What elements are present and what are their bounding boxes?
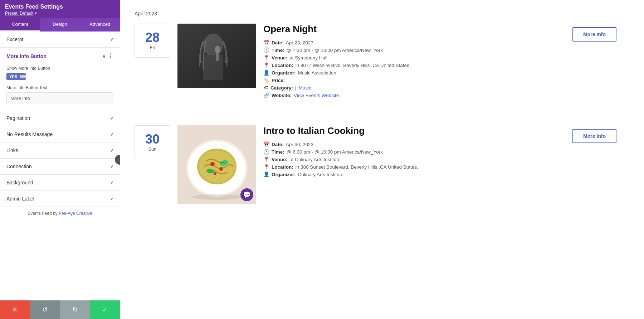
section-header-icons: ∧ ⋮ xyxy=(102,53,113,59)
map-icon: 📍 xyxy=(263,62,269,68)
more-info-button[interactable]: More Info xyxy=(572,27,616,42)
section-more-info-button: More Info Button ∧ ⋮ Show More Info Butt… xyxy=(0,48,120,110)
clock-icon: 🕐 xyxy=(263,149,269,155)
event-card-italian-cooking: 30 Sun xyxy=(135,125,630,215)
event-details: Intro to Italian Cooking 📅 Date: Apr 30,… xyxy=(263,125,565,179)
event-card-opera-night: 28 Fri xyxy=(135,24,630,111)
chevron-down-icon: ∨ xyxy=(110,148,113,153)
category-icon: 🏷 xyxy=(263,85,268,91)
button-text-input[interactable] xyxy=(6,92,113,104)
website-link[interactable]: View Events Website xyxy=(294,93,339,98)
event-venue-row: 📍 Venue: at Culinary Arts Institute xyxy=(263,156,565,162)
section-options-icon[interactable]: ⋮ xyxy=(108,53,113,59)
undo-button[interactable]: ↺ xyxy=(30,300,60,319)
clock-icon: 🕐 xyxy=(263,47,269,53)
event-time-row: 🕐 Time: @ 6:30 pm - @ 10:00 pm America/N… xyxy=(263,149,565,155)
chevron-down-icon: ∨ xyxy=(110,196,113,201)
event-date-box: 28 Fri xyxy=(135,24,170,58)
event-date-row: 📅 Date: Apr 30, 2023 - xyxy=(263,141,565,147)
person-icon: 👤 xyxy=(263,171,269,177)
main-content: April 2023 28 Fri xyxy=(120,0,644,319)
event-date-row: 📅 Date: Apr 28, 2023 - xyxy=(263,40,565,45)
section-no-results-header[interactable]: No Results Message ∨ xyxy=(0,126,120,142)
section-pagination: Pagination ∨ xyxy=(0,110,120,126)
event-venue-row: 📍 Venue: at Symphony Hall xyxy=(263,55,565,61)
show-more-info-toggle-row: YES xyxy=(6,73,113,80)
section-background: Background ∨ xyxy=(0,175,120,191)
section-pagination-header[interactable]: Pagination ∨ xyxy=(0,110,120,126)
button-text-label: More Info Button Text xyxy=(6,85,113,90)
chevron-down-icon: ∨ xyxy=(110,164,113,169)
toggle-no xyxy=(20,75,26,78)
section-links-header[interactable]: Links ∨ xyxy=(0,142,120,158)
section-more-info-button-content: Show More Info Button YES More Info Butt… xyxy=(0,64,120,110)
tab-advanced[interactable]: Advanced xyxy=(80,18,120,32)
event-location-row: 📍 Location: in 380 Sunset Boulevard, Bev… xyxy=(263,164,565,170)
redo-button[interactable]: ↻ xyxy=(60,300,90,319)
calendar-icon: 📅 xyxy=(263,141,269,147)
show-more-info-toggle[interactable]: YES xyxy=(6,73,26,80)
category-link[interactable]: Music xyxy=(299,85,311,91)
section-excerpt-header[interactable]: Excerpt ∨ xyxy=(0,32,120,47)
event-website-row: 🔗 Website: View Events Website xyxy=(263,92,565,98)
event-day-name: Sun xyxy=(143,146,161,152)
footer-link[interactable]: Pee-Aye Creative xyxy=(59,211,92,216)
chevron-down-icon: ∨ xyxy=(110,37,113,42)
event-title: Intro to Italian Cooking xyxy=(263,125,565,136)
event-day-number: 30 xyxy=(143,133,161,146)
location-icon: 📍 xyxy=(263,156,269,162)
section-connection-header[interactable]: Connection ∨ xyxy=(0,159,120,174)
save-button[interactable]: ✓ xyxy=(90,300,120,319)
calendar-icon: 📅 xyxy=(263,40,269,45)
sidebar-tabs: Content Design Advanced xyxy=(0,18,120,32)
event-details: Opera Night 📅 Date: Apr 28, 2023 - 🕐 Tim… xyxy=(263,24,565,100)
event-title: Opera Night xyxy=(263,24,565,35)
sidebar-preset[interactable]: Preset: Default ▾ xyxy=(5,11,115,16)
sidebar-header: Events Feed Settings Preset: Default ▾ xyxy=(0,0,120,18)
svg-rect-5 xyxy=(177,24,256,88)
show-more-info-button-label: Show More Info Button xyxy=(6,66,113,71)
location-icon: 📍 xyxy=(263,55,269,61)
svg-point-12 xyxy=(219,167,223,171)
svg-point-16 xyxy=(192,194,242,200)
toggle-yes: YES xyxy=(6,73,20,80)
cancel-button[interactable]: ✕ xyxy=(0,300,30,319)
price-icon: 🏷️ xyxy=(263,77,269,83)
event-date-box: 30 Sun xyxy=(135,125,170,159)
website-icon: 🔗 xyxy=(263,92,269,98)
event-image xyxy=(177,24,256,88)
event-organizer-row: 👤 Organizer: Culinary Arts Institute xyxy=(263,171,565,177)
event-category-row: 🏷 Category: | Music xyxy=(263,85,565,91)
chevron-down-icon: ∨ xyxy=(110,132,113,137)
tab-content[interactable]: Content xyxy=(0,18,40,32)
tab-design[interactable]: Design xyxy=(40,18,80,32)
section-links: Links ∨ xyxy=(0,142,120,159)
event-organizer-row: 👤 Organizer: Music Association xyxy=(263,70,565,76)
section-excerpt: Excerpt ∨ xyxy=(0,32,120,48)
sidebar-scroll: Excerpt ∨ More Info Button ∧ ⋮ Show More… xyxy=(0,32,120,319)
person-icon: 👤 xyxy=(263,70,269,76)
chevron-down-icon: ∨ xyxy=(110,116,113,121)
section-admin-label-header[interactable]: Admin Label ∨ xyxy=(0,191,120,207)
chevron-up-icon: ∧ xyxy=(102,54,106,59)
event-card-right: More Info xyxy=(572,24,630,42)
sidebar: Events Feed Settings Preset: Default ▾ C… xyxy=(0,0,120,319)
event-time-row: 🕐 Time: @ 7:30 pm - @ 10:00 pm America/N… xyxy=(263,47,565,53)
chat-bubble-icon[interactable]: 💬 xyxy=(240,188,253,201)
event-day-name: Fri xyxy=(143,45,161,50)
chevron-down-icon: ∨ xyxy=(110,180,113,185)
event-card-right: More Info xyxy=(572,125,630,143)
section-no-results: No Results Message ∨ xyxy=(0,126,120,142)
event-location-row: 📍 Location: in 9077 Wilshire Blvd, Bever… xyxy=(263,62,565,68)
section-admin-label: Admin Label ∨ xyxy=(0,191,120,207)
month-label: April 2023 xyxy=(135,11,630,16)
sidebar-footer: Events Feed by Pee-Aye Creative xyxy=(0,207,120,219)
sidebar-title: Events Feed Settings xyxy=(5,4,115,10)
section-connection: Connection ∨ xyxy=(0,159,120,175)
event-image: 💬 xyxy=(177,125,256,204)
svg-point-13 xyxy=(214,172,216,175)
sidebar-bottom-bar: ✕ ↺ ↻ ✓ xyxy=(0,300,120,319)
section-background-header[interactable]: Background ∨ xyxy=(0,175,120,190)
section-more-info-button-header[interactable]: More Info Button ∧ ⋮ xyxy=(0,48,120,64)
more-info-button[interactable]: More Info xyxy=(572,129,616,143)
